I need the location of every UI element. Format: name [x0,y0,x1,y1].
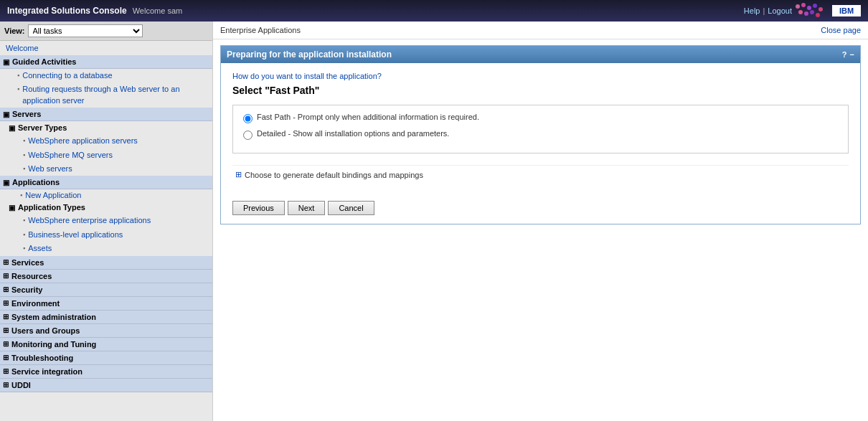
header-right-area: Help | Logout IBM [744,2,861,19]
expand-icon-uddi: ⊞ [3,381,9,389]
sidebar-section-service-integration[interactable]: ⊞ Service integration [0,365,212,379]
applications-label: Applications [12,178,60,186]
sidebar-app-types-header[interactable]: ▣ Application Types [6,201,212,214]
welcome-text: Welcome sam [133,6,182,15]
install-question: How do you want to install the applicati… [232,72,849,80]
content-area: Enterprise Applications Close page Prepa… [213,22,868,421]
fast-path-radio[interactable] [243,114,253,123]
app-types-content: WebSphere enterprise applications Busine… [6,214,212,255]
sidebar-link-websphere-enterprise[interactable]: WebSphere enterprise applications [11,214,212,227]
sidebar-section-environment[interactable]: ⊞ Environment [0,297,212,311]
svg-point-3 [813,4,817,8]
bindings-label: Choose to generate default bindings and … [245,171,423,179]
expand-icon-environment: ⊞ [3,299,9,307]
buttons-row: Previous Next Cancel [232,195,849,215]
expand-icon-applications: ▣ [3,179,9,186]
bindings-expand-icon[interactable]: ⊞ [235,170,242,179]
sidebar-section-guided-activities[interactable]: ▣ Guided Activities [0,55,212,69]
svg-point-5 [798,10,803,14]
sidebar-link-assets[interactable]: Assets [11,242,212,255]
view-dropdown[interactable]: All tasks [28,24,143,37]
sidebar-link-routing[interactable]: Routing requests through a Web server to… [6,82,212,108]
app-title: Integrated Solutions Console [7,6,127,16]
monitoring-label: Monitoring and Tuning [11,340,96,349]
security-label: Security [11,285,42,294]
sidebar-link-web-servers[interactable]: Web servers [11,162,212,176]
main-container: View: All tasks Welcome ▣ Guided Activit… [0,22,868,421]
logout-link[interactable]: Logout [768,6,792,15]
help-icon[interactable]: ? [842,50,847,59]
sidebar-section-uddi[interactable]: ⊞ UDDI [0,379,212,392]
sidebar-section-users-groups[interactable]: ⊞ Users and Groups [0,324,212,338]
sidebar-link-websphere-mq[interactable]: WebSphere MQ servers [11,148,212,162]
sidebar-section-resources[interactable]: ⊞ Resources [0,270,212,283]
expand-icon-security: ⊞ [3,285,9,293]
expand-icon-troubleshooting: ⊞ [3,354,9,361]
svg-point-7 [810,10,814,14]
expand-icon-resources: ⊞ [3,272,9,280]
expand-icon-service-integration: ⊞ [3,367,9,375]
previous-button[interactable]: Previous [232,201,285,215]
svg-point-1 [801,3,806,7]
server-types-content: WebSphere application servers WebSphere … [6,134,212,176]
svg-point-2 [807,6,811,10]
options-box: Fast Path - Prompt only when additional … [232,105,849,153]
sidebar-section-applications[interactable]: ▣ Applications [0,176,212,189]
sidebar-section-services[interactable]: ⊞ Services [0,256,212,270]
svg-point-6 [804,11,808,16]
guided-activities-label: Guided Activities [12,57,76,66]
application-types-label: Application Types [18,203,85,212]
svg-point-4 [819,7,823,11]
resources-label: Resources [11,272,52,280]
expand-icon-server-types: ▣ [9,124,15,132]
sidebar-link-websphere-app-servers[interactable]: WebSphere application servers [11,134,212,148]
ibm-logo: IBM [832,5,861,16]
fast-path-label: Fast Path - Prompt only when additional … [257,113,479,121]
bindings-section: ⊞ Choose to generate default bindings an… [232,165,849,184]
sidebar-server-types-header[interactable]: ▣ Server Types [6,121,212,134]
environment-label: Environment [11,299,60,308]
view-label: View: [4,27,25,35]
svg-point-0 [796,4,800,9]
expand-icon-users-groups: ⊞ [3,326,9,334]
sidebar-link-connecting-db[interactable]: Connecting to a database [6,69,212,82]
sidebar-section-security[interactable]: ⊞ Security [0,283,212,297]
app-header: Integrated Solutions Console Welcome sam… [0,0,868,22]
uddi-label: UDDI [11,381,31,389]
close-page-link[interactable]: Close page [821,26,861,34]
system-admin-label: System administration [11,313,96,321]
panel-body: How do you want to install the applicati… [221,63,860,224]
cancel-button[interactable]: Cancel [328,201,374,215]
sidebar-item-welcome[interactable]: Welcome [0,41,212,55]
sidebar-link-new-application[interactable]: New Application [6,189,212,201]
installation-panel: Preparing for the application installati… [220,45,861,224]
server-types-label: Server Types [18,123,67,132]
expand-icon-servers: ▣ [3,110,9,118]
servers-content: ▣ Server Types WebSphere application ser… [0,121,212,176]
expand-icon-services: ⊞ [3,258,9,266]
next-button[interactable]: Next [288,201,326,215]
panel-title: Preparing for the application installati… [227,49,392,60]
detailed-label: Detailed - Show all installation options… [257,129,449,138]
panel-header: Preparing for the application installati… [221,46,860,63]
detailed-radio[interactable] [243,131,253,140]
select-fast-path-label: Select "Fast Path" [232,85,849,96]
sidebar-section-monitoring[interactable]: ⊞ Monitoring and Tuning [0,338,212,351]
sidebar-section-servers[interactable]: ▣ Servers [0,108,212,121]
troubleshooting-label: Troubleshooting [11,354,73,362]
fast-path-option: Fast Path - Prompt only when additional … [243,113,838,123]
panel-header-icons: ? − [842,50,854,59]
help-link[interactable]: Help [744,6,760,15]
minimize-icon[interactable]: − [850,50,854,59]
sidebar-section-troubleshooting[interactable]: ⊞ Troubleshooting [0,351,212,365]
expand-icon: ▣ [3,58,9,66]
sidebar-section-system-admin[interactable]: ⊞ System administration [0,311,212,324]
expand-icon-system-admin: ⊞ [3,313,9,321]
breadcrumb: Enterprise Applications [220,26,301,34]
header-links: Help | Logout [744,6,792,15]
logo-decoration [795,2,824,19]
expand-icon-monitoring: ⊞ [3,340,9,348]
users-groups-label: Users and Groups [11,326,80,335]
sidebar-link-business-level[interactable]: Business-level applications [11,228,212,242]
expand-icon-app-types: ▣ [9,204,15,212]
